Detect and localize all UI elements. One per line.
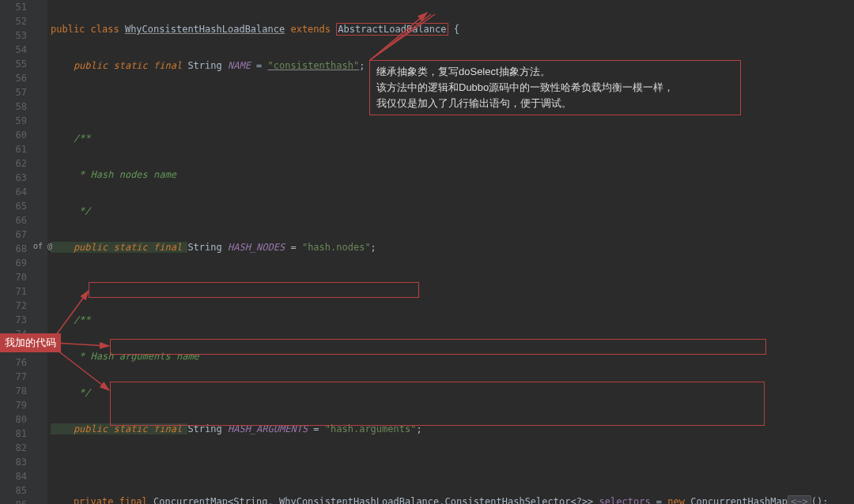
override-gutter-icon[interactable]: of @ xyxy=(33,242,52,250)
line-number: 65 xyxy=(0,199,27,213)
line-number: 81 xyxy=(0,427,27,441)
line-number: 80 xyxy=(0,412,27,427)
code-line[interactable]: public static final String HASH_ARGUMENT… xyxy=(51,422,854,436)
line-number: 73 xyxy=(0,313,27,327)
line-number: 84 xyxy=(0,469,27,483)
line-number: 63 xyxy=(0,171,27,185)
line-number: 85 xyxy=(0,483,27,498)
code-line[interactable]: private final ConcurrentMap<String, WhyC… xyxy=(51,495,854,504)
line-number: 55 xyxy=(0,57,27,71)
line-number: 76 xyxy=(0,355,27,370)
code-line[interactable]: */ xyxy=(51,386,854,400)
line-number: 62 xyxy=(0,156,27,171)
line-number: 78 xyxy=(0,384,27,398)
line-number: 59 xyxy=(0,114,27,128)
line-number: 66 xyxy=(0,213,27,228)
code-line[interactable]: /** xyxy=(51,313,854,327)
line-number: 58 xyxy=(0,100,27,114)
line-number: 61 xyxy=(0,142,27,156)
line-number: 53 xyxy=(0,28,27,43)
line-number: 72 xyxy=(0,299,27,313)
line-number: 71 xyxy=(0,284,27,299)
line-number: 77 xyxy=(0,370,27,384)
callout-line: 该方法中的逻辑和Dubbo源码中的一致性哈希负载均衡一模一样， xyxy=(376,80,734,96)
line-number: 67 xyxy=(0,228,27,242)
callout-line: 我仅仅是加入了几行输出语句，便于调试。 xyxy=(376,96,734,111)
line-number: 82 xyxy=(0,441,27,455)
code-line[interactable]: * Hash arguments name xyxy=(51,349,854,363)
line-number: 51 xyxy=(0,0,27,14)
annotation-callout: 继承抽象类，复写doSelect抽象方法。 该方法中的逻辑和Dubbo源码中的一… xyxy=(369,60,741,115)
line-number: 56 xyxy=(0,71,27,85)
line-number: 69 xyxy=(0,256,27,270)
code-line[interactable]: public static final String HASH_NODES = … xyxy=(51,240,854,254)
code-line[interactable]: * Hash nodes name xyxy=(51,167,854,182)
line-number: 86 xyxy=(0,498,27,504)
code-line[interactable]: public class WhyConsistentHashLoadBalanc… xyxy=(51,22,854,36)
line-number: 79 xyxy=(0,398,27,412)
line-number: 60 xyxy=(0,128,27,142)
line-number: 70 xyxy=(0,270,27,284)
code-line[interactable]: /** xyxy=(51,131,854,145)
gutter-icons xyxy=(33,0,47,504)
callout-line: 继承抽象类，复写doSelect抽象方法。 xyxy=(376,64,734,80)
line-number: 52 xyxy=(0,14,27,28)
line-number: 57 xyxy=(0,85,27,100)
line-number: 68 xyxy=(0,242,27,256)
line-number: 64 xyxy=(0,185,27,199)
line-number: 54 xyxy=(0,43,27,57)
code-line[interactable]: */ xyxy=(51,204,854,218)
annotation-sidebar-label: 我加的代码 xyxy=(0,333,61,352)
line-number-gutter: 51 52 53 54 55 56 57 58 59 60 61 62 63 6… xyxy=(0,0,33,504)
line-number: 83 xyxy=(0,455,27,469)
